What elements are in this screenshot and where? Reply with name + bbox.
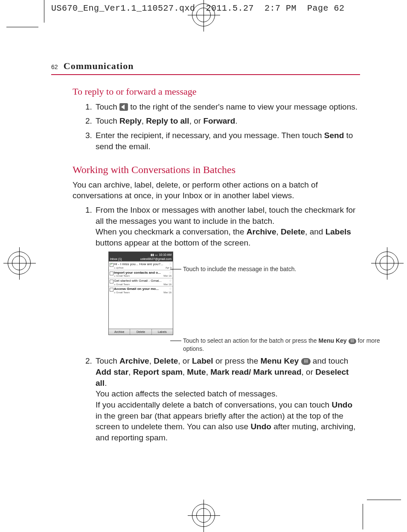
label-reply-all: Reply to all [146, 116, 189, 125]
step-text: to the right of the sender's name to vie… [130, 102, 358, 111]
step-number: 2. [85, 356, 92, 367]
star-icon[interactable]: ☆ [169, 279, 172, 283]
message-meta: » Gmail TeamMar 16 [114, 291, 172, 294]
label-forward: Forward [203, 116, 235, 125]
checkbox[interactable] [110, 288, 113, 292]
label-labels: Labels [326, 227, 351, 236]
message-date: Mar 16 [163, 275, 172, 278]
step-item: 1. Touch to the right of the sender's na… [85, 101, 360, 113]
registration-mark [8, 252, 32, 275]
label-archive: Archive [119, 356, 149, 365]
label-menu-key: Menu Key [261, 356, 299, 365]
crop-mark [6, 27, 38, 27]
message-sender: » Gmail Team [114, 275, 130, 278]
message-subject: Access Gmail on your mo... [114, 287, 172, 291]
step-text: Touch [96, 116, 119, 125]
gmail-screenshot: ▮▮ ▭ 10:10 AM Inbox (1) ustest0627@gmail… [108, 252, 173, 335]
crop-mark [367, 500, 401, 500]
message-row[interactable]: ☆Hi - I miss you... How are you?...» ojc… [109, 261, 173, 269]
heading-batches: Working with Conversations in Batches [73, 163, 360, 176]
page-number: 62 [51, 63, 58, 71]
message-meta: » Gmail TeamMar 16 [114, 275, 172, 278]
delete-button[interactable]: Delete [130, 329, 151, 335]
menu-key-icon [349, 338, 356, 344]
paragraph: You can archive, label, delete, or perfo… [73, 179, 360, 201]
label-archive: Archive [247, 227, 276, 236]
signal-icon: ▮▮ [151, 253, 154, 257]
star-icon[interactable]: ☆ [169, 271, 172, 275]
label-delete: Delete [154, 356, 178, 365]
label-send: Send [324, 131, 344, 140]
message-date: Mar 16 [163, 291, 172, 294]
message-date: Mar 16 [163, 283, 172, 286]
label-reply: Reply [119, 116, 142, 125]
checkbox[interactable] [110, 263, 113, 267]
step-number: 3. [85, 130, 92, 141]
step-number: 1. [85, 101, 92, 113]
star-icon[interactable]: ☆ [169, 263, 172, 266]
registration-mark [192, 504, 216, 528]
message-subject: Hi - I miss you... How are you?... [114, 263, 172, 266]
message-sender: » ojchoe [114, 266, 124, 269]
step-item: 1. From the Inbox or messages with anoth… [85, 205, 360, 350]
message-sender: » Gmail Team [114, 291, 130, 294]
registration-mark [375, 252, 399, 275]
step-item: 2. Touch Reply, Reply to all, or Forward… [85, 116, 360, 127]
account-email: ustest0627@gmail.com [140, 257, 172, 261]
label-undo: Undo [250, 422, 271, 431]
section-title: Communication [64, 60, 134, 72]
label-menu-key: Menu Key [319, 337, 347, 344]
label-add-star: Add star [96, 367, 128, 376]
step-item: 2. Touch Archive, Delete, or Label or pr… [85, 356, 360, 443]
message-subject: Import your contacts and o... [114, 271, 172, 275]
step-number: 1. [85, 205, 92, 216]
message-meta: » Gmail TeamMar 16 [114, 283, 172, 286]
action-bar: Archive Delete Labels [109, 329, 173, 335]
label-undo: Undo [331, 400, 352, 409]
crop-mark [44, 0, 44, 23]
clock: 10:10 AM [159, 253, 172, 257]
star-icon[interactable]: ☆ [169, 287, 172, 291]
checkbox[interactable] [110, 280, 113, 283]
message-row[interactable]: ☆Get started with Gmail - Gmai...» Gmail… [109, 278, 173, 286]
message-sender: » Gmail Team [114, 283, 130, 286]
label-delete: Delete [281, 227, 305, 236]
label-report-spam: Report spam [133, 367, 183, 376]
labels-button[interactable]: Labels [152, 329, 173, 335]
callout-text: Touch to select an action for the batch … [183, 337, 384, 352]
running-header: 62 Communication [51, 60, 360, 75]
label-label: Label [192, 356, 213, 365]
step-text: Enter the recipient, if necessary, and y… [96, 131, 324, 140]
message-row[interactable]: ☆Access Gmail on your mo...» Gmail TeamM… [109, 286, 173, 294]
step-text: You action affects the selected batch of… [96, 389, 278, 398]
message-subject: Get started with Gmail - Gmai... [114, 279, 172, 283]
left-arrow-icon [119, 103, 128, 111]
menu-key-icon [301, 358, 311, 365]
crop-mark [363, 504, 363, 529]
step-text: From the Inbox or messages with another … [96, 205, 355, 226]
status-bar: ▮▮ ▭ 10:10 AM [109, 252, 173, 257]
step-text: Touch [96, 102, 119, 111]
registration-mark [192, 3, 216, 27]
message-row[interactable]: ☆Import your contacts and o...» Gmail Te… [109, 270, 173, 278]
callout-text: Touch to include the message in the batc… [183, 265, 296, 273]
inbox-label: Inbox (1) [110, 257, 122, 261]
step-text: When you checkmark a conversation, the [96, 227, 247, 236]
message-meta: » ojchoeApr 9 [114, 266, 172, 269]
step-item: 3. Enter the recipient, if necessary, an… [85, 130, 360, 152]
label-mark-read-unread: Mark read/ Mark unread [210, 367, 301, 376]
inbox-header: Inbox (1) ustest0627@gmail.com [109, 257, 173, 261]
step-number: 2. [85, 116, 92, 127]
archive-button[interactable]: Archive [109, 329, 130, 335]
checkbox[interactable] [110, 272, 113, 275]
heading-reply: To reply to or forward a message [73, 85, 360, 98]
battery-icon: ▭ [155, 253, 158, 257]
label-mute: Mute [187, 367, 206, 376]
